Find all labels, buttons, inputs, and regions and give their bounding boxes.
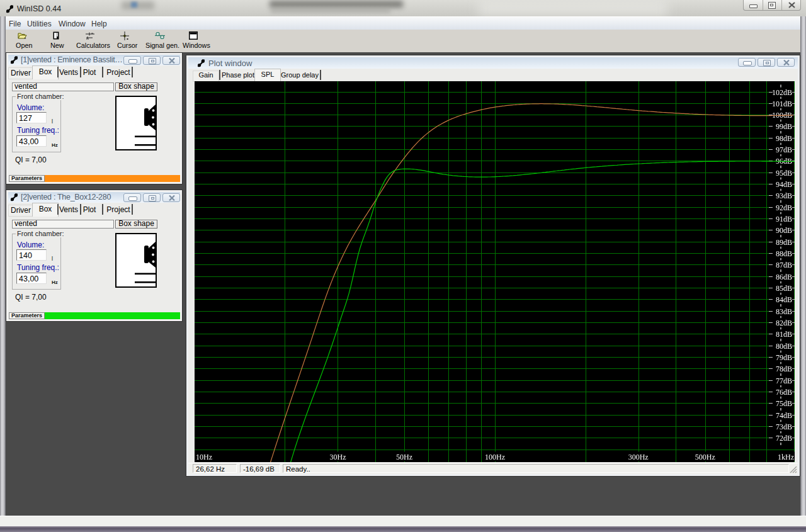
- svg-text:101dB: 101dB: [772, 99, 792, 108]
- svg-text:85dB: 85dB: [776, 284, 792, 293]
- svg-text:100Hz: 100Hz: [485, 453, 505, 461]
- svg-text:91dB: 91dB: [776, 215, 792, 224]
- svg-text:1kHz: 1kHz: [778, 453, 794, 461]
- svg-text:500Hz: 500Hz: [695, 453, 715, 461]
- svg-text:30Hz: 30Hz: [330, 453, 346, 461]
- svg-text:50Hz: 50Hz: [396, 453, 412, 461]
- svg-text:87dB: 87dB: [776, 261, 792, 269]
- svg-text:77dB: 77dB: [776, 376, 792, 385]
- svg-text:75dB: 75dB: [776, 399, 792, 408]
- svg-text:90dB: 90dB: [776, 226, 792, 235]
- svg-text:88dB: 88dB: [776, 249, 792, 258]
- svg-text:81dB: 81dB: [776, 330, 792, 339]
- svg-text:79dB: 79dB: [776, 353, 792, 362]
- svg-text:300Hz: 300Hz: [628, 453, 649, 461]
- svg-text:97dB: 97dB: [776, 145, 792, 154]
- svg-text:93dB: 93dB: [776, 191, 792, 200]
- svg-text:78dB: 78dB: [776, 365, 792, 373]
- svg-text:99dB: 99dB: [776, 122, 792, 131]
- svg-text:74dB: 74dB: [776, 411, 792, 420]
- svg-text:94dB: 94dB: [776, 180, 792, 189]
- svg-text:98dB: 98dB: [776, 134, 792, 143]
- svg-text:84dB: 84dB: [776, 295, 792, 304]
- svg-text:73dB: 73dB: [776, 422, 792, 431]
- svg-text:86dB: 86dB: [776, 273, 792, 281]
- svg-text:10Hz: 10Hz: [196, 453, 212, 461]
- svg-text:76dB: 76dB: [776, 388, 792, 397]
- svg-text:92dB: 92dB: [776, 203, 792, 212]
- svg-text:80dB: 80dB: [776, 342, 792, 351]
- svg-text:95dB: 95dB: [776, 169, 792, 178]
- svg-text:89dB: 89dB: [776, 238, 792, 247]
- svg-text:82dB: 82dB: [776, 319, 792, 327]
- svg-text:72dB: 72dB: [776, 434, 792, 443]
- svg-text:83dB: 83dB: [776, 307, 792, 316]
- svg-text:102dB: 102dB: [772, 88, 792, 97]
